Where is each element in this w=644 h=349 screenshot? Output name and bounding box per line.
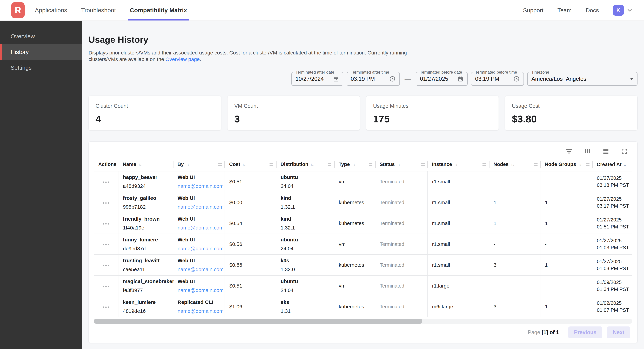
terminated-before-date-input[interactable]: Terminated before date 01/27/2025	[416, 72, 468, 86]
sort-icon[interactable]: ↑↓	[397, 162, 400, 167]
brand-logo[interactable]: R	[11, 2, 24, 18]
sidebar-item-settings[interactable]: Settings	[0, 60, 82, 75]
cell-value: $0.51	[229, 283, 242, 289]
row-actions-button[interactable]	[100, 242, 112, 248]
nav-right: SupportTeamDocs K	[523, 0, 633, 20]
row-actions-button[interactable]	[100, 200, 112, 206]
tab-applications[interactable]: Applications	[34, 0, 68, 20]
sort-icon[interactable]: ↑↓	[138, 162, 141, 167]
column-menu-icon[interactable]	[270, 163, 273, 166]
column-menu-icon[interactable]	[369, 163, 372, 166]
sort-icon[interactable]: ↑↓	[511, 162, 514, 167]
row-actions-button[interactable]	[100, 262, 112, 269]
by-email-link[interactable]: name@domain.com	[178, 267, 224, 272]
terminated-before-time-input[interactable]: Terminated before time 03:19 PM	[471, 72, 524, 86]
column-header-distribution[interactable]: Distribution↑↓	[276, 158, 334, 171]
timezone-select[interactable]: Timezone America/Los_Angeles	[527, 72, 638, 86]
by-email-link[interactable]: name@domain.com	[178, 246, 224, 251]
by-email-link[interactable]: name@domain.com	[178, 308, 224, 314]
cell-distribution: ubuntu24.04	[276, 171, 334, 192]
column-menu-icon[interactable]	[328, 163, 332, 166]
chevron-down-icon[interactable]	[626, 7, 633, 14]
column-header-type[interactable]: Type↑↓	[334, 158, 375, 171]
sort-desc-icon[interactable]: ↓	[624, 161, 626, 167]
cell-cost: $0.66	[225, 255, 276, 275]
row-actions-button[interactable]	[100, 304, 112, 310]
user-menu[interactable]: K	[613, 5, 633, 16]
sort-icon[interactable]: ↑↓	[242, 162, 245, 167]
table-header-row: ActionsName↑↓By↑↓Cost↑↓Distribution↑↓Typ…	[94, 158, 632, 171]
avatar[interactable]: K	[613, 5, 624, 16]
by-cell: Replicated CLIname@domain.com	[178, 299, 224, 314]
clock-icon[interactable]	[510, 76, 520, 82]
description-line1: Displays prior clusters/VMs and their as…	[88, 50, 407, 55]
cluster-id: cae5ea11	[123, 267, 173, 272]
sort-icon[interactable]: ↑↓	[352, 162, 355, 167]
calendar-icon[interactable]	[330, 76, 339, 82]
column-header-created-at[interactable]: Created At↓	[592, 158, 632, 171]
cell-value: kubernetes	[339, 220, 364, 226]
status-text: Terminated	[380, 221, 404, 226]
column-menu-icon[interactable]	[421, 163, 425, 166]
by-email-link[interactable]: name@domain.com	[178, 204, 224, 210]
column-header-instance[interactable]: Instance↑↓	[428, 158, 489, 171]
distribution-cell: ubuntu24.04	[281, 279, 334, 293]
row-actions-button[interactable]	[100, 221, 112, 227]
column-header-nodes[interactable]: Nodes↑↓	[489, 158, 540, 171]
tab-troubleshoot[interactable]: Troubleshoot	[80, 0, 116, 20]
terminated-before-date-label: Terminated before date	[418, 70, 464, 75]
next-button[interactable]: Next	[607, 327, 630, 339]
column-label: By	[178, 162, 184, 167]
by-email-link[interactable]: name@domain.com	[178, 225, 224, 231]
nav-link-docs[interactable]: Docs	[586, 7, 599, 14]
created-date: 01/02/2025	[597, 300, 632, 307]
nav-link-support[interactable]: Support	[523, 7, 543, 14]
cell-node_groups: -	[540, 234, 592, 255]
table-row: frosty_galileo995b7182Web UIname@domain.…	[94, 192, 632, 213]
columns-icon[interactable]	[584, 148, 591, 155]
clock-icon[interactable]	[386, 76, 396, 82]
terminated-after-date-input[interactable]: Terminated after date 10/27/2024	[292, 72, 343, 86]
sort-icon[interactable]: ↑↓	[578, 162, 581, 167]
created-time: 03:17 PM PST	[597, 203, 632, 210]
column-menu-icon[interactable]	[586, 163, 590, 166]
filter-icon[interactable]	[565, 148, 573, 155]
overview-page-link[interactable]: Overview page	[166, 56, 200, 62]
cell-value: kubernetes	[339, 200, 364, 205]
calendar-icon[interactable]	[454, 76, 464, 82]
column-header-by[interactable]: By↑↓	[173, 158, 225, 171]
cell-instance: r1.small	[428, 192, 489, 213]
previous-button[interactable]: Previous	[568, 327, 602, 339]
column-header-status[interactable]: Status↑↓	[375, 158, 428, 171]
nav-link-team[interactable]: Team	[557, 7, 572, 14]
column-menu-icon[interactable]	[534, 163, 538, 166]
terminated-after-time-input[interactable]: Terminated after time 03:19 PM	[346, 72, 400, 86]
column-label: Nodes	[494, 162, 509, 167]
by-email-link[interactable]: name@domain.com	[178, 287, 224, 293]
dot-icon	[103, 307, 104, 308]
distribution-cell: kind1.32.1	[281, 195, 334, 210]
fullscreen-icon[interactable]	[620, 148, 628, 155]
cell-cost: $0.56	[225, 234, 276, 255]
stat-cards: Cluster Count4VM Count3Usage Minutes175U…	[88, 96, 638, 130]
tab-compatibility-matrix[interactable]: Compatibility Matrix	[129, 0, 188, 20]
scrollbar-thumb[interactable]	[94, 319, 422, 324]
horizontal-scrollbar[interactable]	[94, 319, 632, 324]
sort-icon[interactable]: ↑↓	[454, 162, 457, 167]
column-menu-icon[interactable]	[218, 163, 222, 166]
sort-icon[interactable]: ↑↓	[310, 162, 313, 167]
row-actions-button[interactable]	[100, 283, 112, 289]
column-menu-icon[interactable]	[482, 163, 486, 166]
column-header-cost[interactable]: Cost↑↓	[225, 158, 276, 171]
distribution-name: ubuntu	[281, 174, 334, 180]
sidebar-item-overview[interactable]: Overview	[0, 28, 82, 44]
created-at-cell: 01/02/202501:07 PM PST	[597, 300, 632, 314]
row-actions-button[interactable]	[100, 179, 112, 185]
column-header-node-groups[interactable]: Node Groups↑↓	[540, 158, 592, 171]
density-icon[interactable]	[602, 148, 610, 155]
by-email-link[interactable]: name@domain.com	[178, 183, 224, 189]
distribution-version: 1.32.1	[281, 225, 334, 231]
sort-icon[interactable]: ↑↓	[186, 162, 189, 167]
sidebar-item-history[interactable]: History	[0, 44, 82, 60]
column-header-name[interactable]: Name↑↓	[118, 158, 173, 171]
